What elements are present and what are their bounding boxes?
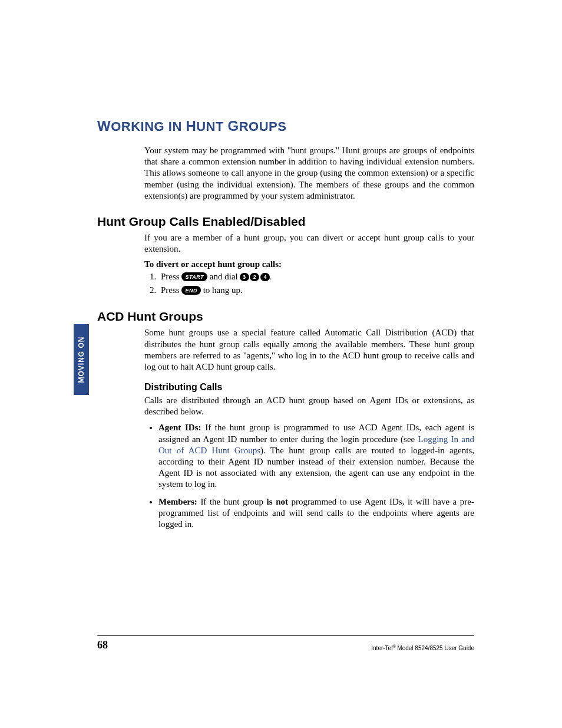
instruction-steps: Press START and dial 3 2 4. Press END to… — [158, 271, 474, 297]
page-content: WORKING IN HUNT GROUPS Your system may b… — [97, 118, 474, 536]
intro-paragraph: Your system may be programmed with "hunt… — [144, 145, 474, 202]
heading-acd-hunt-groups: ACD Hunt Groups — [97, 309, 474, 324]
bullet-agent-ids: Agent IDs: If the hunt group is programm… — [158, 422, 474, 490]
section-tab: MOVING ON — [74, 324, 89, 395]
keypad-3-icon: 3 — [240, 273, 249, 281]
distribution-list: Agent IDs: If the hunt group is programm… — [158, 422, 474, 530]
page-number: 68 — [97, 639, 108, 651]
step-2: Press END to hang up. — [158, 284, 474, 297]
keypad-2-icon: 2 — [250, 273, 259, 281]
end-button-icon: END — [181, 286, 201, 295]
start-button-icon: START — [181, 272, 207, 281]
footer-reference: Inter-Tel® Model 8524/8525 User Guide — [371, 644, 474, 651]
acd-paragraph: Some hunt groups use a special feature c… — [144, 327, 474, 373]
hunt-group-paragraph: If you are a member of a hunt group, you… — [144, 232, 474, 255]
instruction-heading: To divert or accept hunt group calls: — [144, 259, 474, 269]
bullet-members: Members: If the hunt group is not progra… — [158, 496, 474, 531]
keypad-4-icon: 4 — [260, 273, 270, 281]
distributing-paragraph: Calls are distributed through an ACD hun… — [144, 395, 474, 417]
heading-hunt-group-calls: Hunt Group Calls Enabled/Disabled — [97, 215, 474, 229]
page-footer: 68 Inter-Tel® Model 8524/8525 User Guide — [97, 635, 474, 651]
heading-working-in-hunt-groups: WORKING IN HUNT GROUPS — [97, 118, 474, 134]
section-tab-label: MOVING ON — [77, 336, 85, 383]
step-1: Press START and dial 3 2 4. — [158, 271, 474, 283]
heading-distributing-calls: Distributing Calls — [144, 382, 474, 393]
